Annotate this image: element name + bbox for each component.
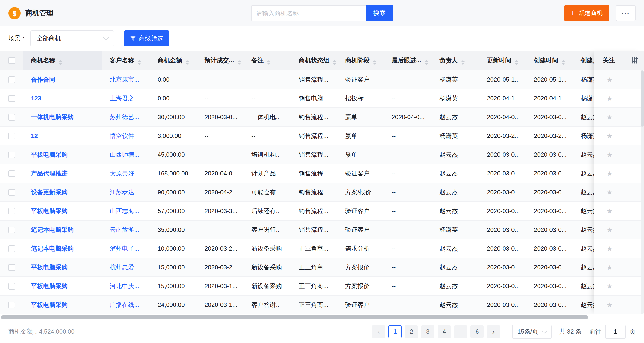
customer-link[interactable]: 悟空软件 (110, 132, 134, 139)
row-checkbox[interactable] (8, 96, 15, 102)
search-button[interactable]: 搜索 (366, 5, 393, 21)
opportunity-link[interactable]: 平板电脑采购 (31, 151, 68, 158)
customer-link[interactable]: 上海君之... (110, 95, 139, 102)
column-header-customer[interactable]: 客户名称 (102, 51, 150, 70)
page-button-3[interactable]: 3 (421, 325, 434, 338)
row-checkbox[interactable] (8, 227, 15, 233)
star-icon[interactable]: ★ (606, 282, 613, 289)
table-row[interactable]: 123上海君之...0.00----销售电脑...招投标--杨潇英2020-04… (0, 89, 644, 108)
page-button-1[interactable]: 1 (388, 325, 402, 338)
table-row[interactable]: 平板电脑采购山西志海...57,000.002020-03-3...后续还有..… (0, 202, 644, 220)
scene-select[interactable]: 全部商机 (30, 31, 114, 47)
column-header-expected[interactable]: 预计成交... (197, 51, 244, 70)
sort-icon[interactable] (424, 60, 428, 65)
more-actions-button[interactable]: ··· (616, 5, 636, 21)
advanced-filter-button[interactable]: 高级筛选 (124, 31, 169, 47)
star-icon[interactable]: ★ (606, 226, 613, 233)
sort-icon[interactable] (267, 60, 271, 65)
table-row[interactable]: 合作合同北京康宝...0.00----销售流程...验证客户--杨潇英2020-… (0, 70, 644, 89)
customer-link[interactable]: 山西师德... (110, 151, 139, 158)
row-checkbox[interactable] (8, 208, 15, 215)
page-button-2[interactable]: 2 (405, 325, 418, 338)
customer-link[interactable]: 太原美好... (110, 170, 139, 177)
row-checkbox[interactable] (8, 152, 15, 158)
vertical-scrollbar[interactable] (641, 70, 644, 314)
table-row[interactable]: 产品代理推进太原美好...168,000.002020-04-0...计划产品.… (0, 164, 644, 183)
opportunity-link[interactable]: 笔记本电脑采购 (31, 226, 74, 233)
sort-icon[interactable] (237, 60, 241, 65)
new-opportunity-button[interactable]: + 新建商机 (564, 5, 609, 21)
opportunity-link[interactable]: 平板电脑采购 (31, 207, 68, 214)
sort-icon[interactable] (332, 60, 336, 65)
opportunity-link[interactable]: 123 (31, 95, 41, 102)
column-header-owner[interactable]: 负责人 (432, 51, 479, 70)
opportunity-link[interactable]: 设备更新采购 (31, 188, 68, 195)
table-row[interactable]: 平板电脑采购山西师德...45,000.00--培训机构...销售流程...赢单… (0, 145, 644, 164)
star-icon[interactable]: ★ (606, 301, 613, 308)
column-header-updated[interactable]: 更新时间 (479, 51, 526, 70)
page-button-4[interactable]: 4 (438, 325, 451, 338)
prev-page-button[interactable]: ‹ (372, 325, 385, 338)
customer-link[interactable]: 云南旅游... (110, 226, 139, 233)
star-icon[interactable]: ★ (606, 170, 613, 177)
star-icon[interactable]: ★ (606, 264, 613, 271)
sort-icon[interactable] (461, 60, 465, 65)
sort-icon[interactable] (562, 60, 565, 65)
row-checkbox[interactable] (8, 189, 15, 196)
next-page-button[interactable]: › (487, 325, 500, 338)
star-icon[interactable]: ★ (606, 132, 613, 139)
column-header-stage[interactable]: 商机阶段 (338, 51, 384, 70)
sort-icon[interactable] (373, 60, 377, 65)
opportunity-link[interactable]: 平板电脑采购 (31, 282, 68, 289)
column-header-note[interactable]: 备注 (244, 51, 291, 70)
sort-icon[interactable] (138, 60, 141, 65)
star-icon[interactable]: ★ (606, 245, 613, 252)
column-header-name[interactable]: 商机名称 (24, 51, 102, 70)
table-row[interactable]: 一体机电脑采购苏州德艺...30,000.002020-03-0...一体机电.… (0, 108, 644, 126)
customer-link[interactable]: 泸州电子... (110, 245, 139, 252)
row-checkbox[interactable] (8, 171, 15, 177)
table-row[interactable]: 平板电脑采购广播在线...24,000.002020-03-1...客户答谢..… (0, 295, 644, 314)
vertical-scrollbar-thumb[interactable] (641, 70, 644, 127)
column-header-status_group[interactable]: 商机状态组 (291, 51, 338, 70)
select-all-checkbox[interactable] (8, 58, 15, 64)
column-header-created[interactable]: 创建时间 (526, 51, 573, 70)
customer-link[interactable]: 北京康宝... (110, 76, 139, 83)
row-checkbox[interactable] (8, 133, 15, 140)
customer-link[interactable]: 杭州忠爱... (110, 263, 139, 270)
table-row[interactable]: 笔记本电脑采购泸州电子...10,000.002020-03-2...新设备采购… (0, 239, 644, 258)
customer-link[interactable]: 河北中庆... (110, 282, 139, 289)
customer-link[interactable]: 江苏泰达... (110, 188, 139, 195)
row-checkbox[interactable] (8, 114, 15, 121)
opportunity-link[interactable]: 一体机电脑采购 (31, 113, 74, 120)
star-icon[interactable]: ★ (606, 207, 613, 214)
search-input[interactable] (251, 5, 366, 21)
star-icon[interactable]: ★ (606, 114, 613, 121)
star-icon[interactable]: ★ (606, 151, 613, 158)
table-row[interactable]: 平板电脑采购河北中庆...15,000.002020-03-1...新设备采购正… (0, 277, 644, 295)
star-icon[interactable]: ★ (606, 76, 613, 83)
row-checkbox[interactable] (8, 264, 15, 271)
table-row[interactable]: 平板电脑采购杭州忠爱...15,000.002020-03-2...新设备采购正… (0, 258, 644, 277)
customer-link[interactable]: 苏州德艺... (110, 113, 139, 120)
table-row[interactable]: 设备更新采购江苏泰达...90,000.002020-04-2...可能会有..… (0, 183, 644, 202)
star-icon[interactable]: ★ (606, 189, 613, 196)
opportunity-link[interactable]: 合作合同 (31, 76, 55, 83)
column-settings-icon[interactable] (631, 57, 638, 64)
table-row[interactable]: 笔记本电脑采购云南旅游...35,000.00--客户进行...销售流程...验… (0, 220, 644, 239)
column-header-last_follow[interactable]: 最后跟进... (384, 51, 432, 70)
row-checkbox[interactable] (8, 246, 15, 252)
row-checkbox[interactable] (8, 302, 15, 308)
page-ellipsis[interactable]: ··· (454, 325, 467, 338)
horizontal-scrollbar[interactable] (1, 315, 588, 319)
column-header-amount[interactable]: 商机金额 (150, 51, 197, 70)
star-icon[interactable]: ★ (606, 95, 613, 102)
customer-link[interactable]: 广播在线... (110, 301, 139, 308)
sort-icon[interactable] (59, 60, 62, 65)
page-size-select[interactable]: 15条/页 (512, 324, 552, 338)
page-button-6[interactable]: 6 (470, 325, 484, 338)
opportunity-link[interactable]: 平板电脑采购 (31, 301, 68, 308)
row-checkbox[interactable] (8, 77, 15, 83)
customer-link[interactable]: 山西志海... (110, 207, 139, 214)
opportunity-link[interactable]: 12 (31, 132, 38, 139)
